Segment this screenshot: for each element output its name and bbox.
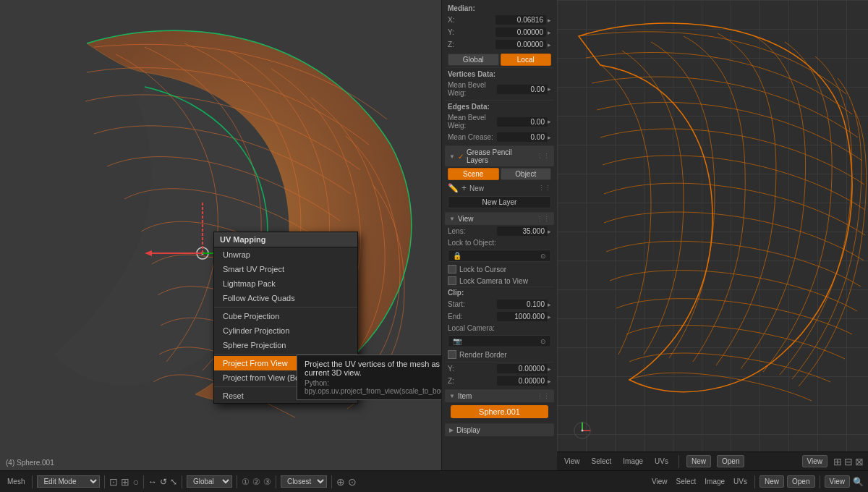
uv-gizmo [571, 420, 593, 441]
bottom-view2[interactable]: View [825, 475, 851, 488]
lock-cursor-row: Lock to Cursor [445, 263, 554, 275]
zoom-icon[interactable]: 🔍 [853, 477, 864, 487]
wire-icon-btn[interactable]: ⊞ [121, 476, 129, 488]
scale-icon[interactable]: ⤡ [170, 477, 177, 487]
x-row: X: 0.06816 ▸ [445, 14, 554, 26]
view-arrow: ▼ [449, 216, 455, 222]
local-camera-field-container: 📷 ⊙ [445, 334, 554, 349]
magnet-icon[interactable]: ⊕ [336, 476, 345, 488]
sphere-name-field[interactable]: Sphere.001 [451, 405, 548, 418]
scene-btn[interactable]: Scene [448, 168, 499, 180]
item-arrow: ▼ [449, 393, 455, 399]
bottom-uvs[interactable]: UVs [731, 476, 750, 487]
new-layer-btn[interactable]: New Layer [448, 196, 551, 208]
local-camera-field[interactable]: 📷 ⊙ [448, 335, 551, 347]
uv-image-menu[interactable]: Image [620, 456, 646, 467]
uv-view-menu[interactable]: View [561, 456, 583, 467]
uv-new-btn[interactable]: New [686, 455, 711, 467]
uv-svg [557, 0, 868, 470]
mean-crease-row: Mean Crease: 0.00 ▸ [445, 131, 554, 143]
display-header[interactable]: ▶ Display [445, 424, 554, 436]
uv-icon-2: ⊟ [844, 456, 853, 467]
item-section: ▼ Item ⋮⋮ Sphere.001 [445, 389, 554, 421]
main-container: UV Mapping Unwrap Smart UV Project Light… [0, 0, 868, 470]
new-layer-container: New Layer [445, 195, 554, 210]
right-panel: Median: X: 0.06816 ▸ Y: 0.00000 ▸ Z: 0.0… [441, 0, 868, 470]
lock-camera-checkbox[interactable] [448, 276, 456, 285]
sep4 [182, 475, 182, 488]
uv-icon-1: ⊞ [833, 456, 842, 467]
view-header[interactable]: ▼ View ⋮⋮ [445, 213, 554, 225]
sep1 [32, 475, 33, 488]
grease-pencil-arrow: ▼ [449, 153, 455, 160]
camera-icon: 📷 [453, 337, 461, 345]
num3-icon: ③ [263, 477, 271, 487]
uv-viewport: View Select Image UVs New Open View ⊞ ⊟ … [557, 0, 868, 470]
bottom-open[interactable]: Open [787, 475, 814, 488]
lock-object-field[interactable]: 🔒 ⊙ [448, 250, 551, 262]
mean-bevel-row1: Mean Bevel Weig: 0.00 ▸ [445, 80, 554, 98]
sphere-name-container: Sphere.001 [445, 402, 554, 421]
num2-icon: ② [252, 477, 260, 487]
proportional-icon[interactable]: ⊙ [348, 476, 357, 488]
display-section: ▶ Display [445, 423, 554, 436]
menu-item-follow-active[interactable]: Follow Active Quads [214, 291, 357, 305]
tooltip-box: Project the UV vertices of the mesh as s… [297, 355, 441, 400]
svg-point-10 [582, 430, 584, 432]
properties-panel: Median: X: 0.06816 ▸ Y: 0.00000 ▸ Z: 0.0… [441, 0, 557, 470]
rotate-icon[interactable]: ↺ [160, 477, 167, 487]
grease-pencil-header[interactable]: ▼ ✓ Grease Pencil Layers ⋮⋮ [445, 146, 554, 166]
bottom-image[interactable]: Image [702, 476, 728, 487]
sep9 [820, 475, 820, 488]
uv-open-btn[interactable]: Open [717, 455, 744, 467]
render-icon-btn[interactable]: ○ [132, 476, 138, 488]
closest-select[interactable]: Closest Active [281, 475, 327, 488]
uv-select-menu[interactable]: Select [589, 456, 615, 467]
menu-item-unwrap[interactable]: Unwrap [214, 247, 357, 262]
z-row: Z: 0.00000 ▸ [445, 38, 554, 51]
median-header: Median: [445, 3, 554, 14]
add-icon[interactable]: + [461, 183, 467, 193]
local-btn[interactable]: Local [501, 54, 552, 66]
transform-icon[interactable]: ↔ [148, 477, 157, 487]
z2-row: Z: 0.00000 ▸ [445, 375, 554, 387]
mode-select[interactable]: Edit Mode Object Mode Sculpt Mode [37, 475, 100, 488]
item-header[interactable]: ▼ Item ⋮⋮ [445, 390, 554, 402]
sep7 [331, 475, 332, 488]
uv-bottom-bar: View Select Image UVs New Open View ⊞ ⊟ … [557, 451, 868, 470]
global-local-group: Global Local [445, 52, 554, 67]
tooltip-python: Python: bpy.ops.uv.project_from_view(sca… [305, 379, 441, 395]
bottom-select[interactable]: Select [673, 476, 699, 487]
menu-item-cylinder[interactable]: Cylinder Projection [214, 323, 357, 338]
y2-row: Y: 0.00000 ▸ [445, 362, 554, 375]
lens-row: Lens: 35.000 ▸ [445, 225, 554, 237]
sep3 [143, 475, 144, 488]
menu-item-smart-uv[interactable]: Smart UV Project [214, 262, 357, 276]
mesh-label[interactable]: Mesh [4, 476, 27, 487]
global-select[interactable]: Global Local Normal [187, 475, 232, 488]
y-row: Y: 0.00000 ▸ [445, 26, 554, 38]
menu-item-lightmap[interactable]: Lightmap Pack [214, 276, 357, 291]
render-border-checkbox[interactable] [448, 350, 456, 359]
global-btn[interactable]: Global [448, 54, 499, 66]
bottom-toolbar: Mesh Edit Mode Object Mode Sculpt Mode ⊡… [0, 470, 868, 492]
view-icon-btn[interactable]: ⊡ [109, 476, 118, 488]
viewport-label: (4) Sphere.001 [6, 459, 54, 467]
context-menu-title: UV Mapping [214, 232, 357, 247]
end-row: End: 1000.000 ▸ [445, 310, 554, 323]
vertices-data-header: Vertices Data: [445, 67, 554, 80]
menu-item-sphere[interactable]: Sphere Projection [214, 338, 357, 352]
tooltip-title: Project the UV vertices of the mesh as s… [305, 360, 441, 377]
bottom-new[interactable]: New [760, 475, 784, 488]
bottom-view[interactable]: View [649, 476, 671, 487]
viewport-3d: UV Mapping Unwrap Smart UV Project Light… [0, 0, 441, 470]
mean-bevel-row2: Mean Bevel Weig: 0.00 ▸ [445, 112, 554, 131]
uv-view2-btn[interactable]: View [802, 455, 828, 467]
lock-camera-row: Lock Camera to View [445, 275, 554, 287]
display-arrow: ▶ [449, 427, 454, 433]
menu-item-cube[interactable]: Cube Projection [214, 309, 357, 323]
lock-cursor-checkbox[interactable] [448, 265, 456, 273]
object-btn[interactable]: Object [501, 168, 552, 180]
clip-header: Clip: [445, 287, 554, 298]
uv-uvs-menu[interactable]: UVs [652, 456, 671, 467]
